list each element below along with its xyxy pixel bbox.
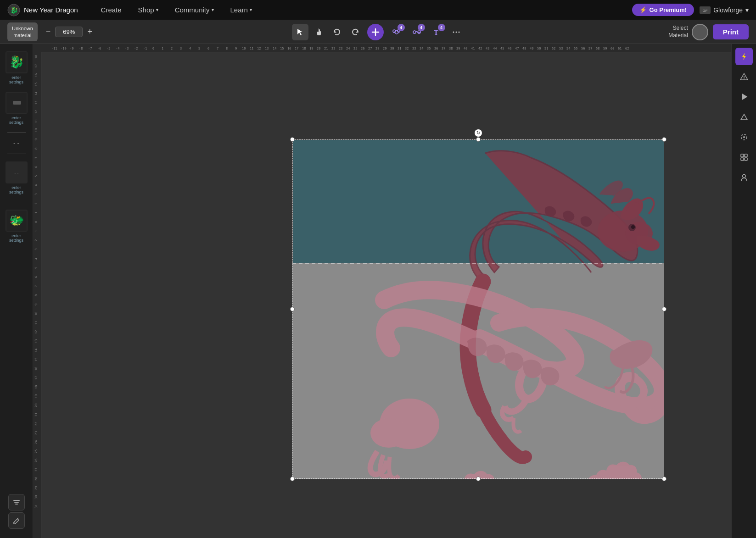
handle-top-right[interactable] bbox=[662, 137, 666, 142]
app-logo-area[interactable]: 🐉 New Year Dragon bbox=[7, 4, 78, 17]
handle-bot-right[interactable] bbox=[662, 477, 666, 481]
svg-text:5: 5 bbox=[34, 175, 38, 177]
svg-text:13: 13 bbox=[34, 101, 38, 105]
play-button[interactable] bbox=[735, 88, 753, 105]
svg-text:15: 15 bbox=[34, 83, 38, 86]
svg-text:3: 3 bbox=[180, 47, 182, 50]
svg-text:23: 23 bbox=[34, 431, 38, 435]
more-tools-button[interactable] bbox=[448, 24, 465, 40]
design-bed[interactable]: ↻ bbox=[292, 139, 664, 479]
sidebar-item3-thumbnail: - - bbox=[6, 161, 28, 183]
bed-top-zone bbox=[292, 139, 664, 263]
select-tool-button[interactable] bbox=[292, 24, 308, 40]
svg-text:5: 5 bbox=[198, 47, 200, 50]
person-button[interactable] bbox=[735, 169, 753, 186]
handle-bot-center[interactable] bbox=[476, 477, 481, 481]
nav-shop[interactable]: Shop ▾ bbox=[130, 0, 167, 20]
triangle-panel-button[interactable] bbox=[735, 108, 753, 126]
undo-button[interactable] bbox=[329, 24, 345, 40]
add-element-button[interactable] bbox=[367, 24, 384, 40]
svg-text:31: 31 bbox=[34, 505, 38, 508]
person-icon bbox=[739, 173, 749, 182]
svg-text:15: 15 bbox=[280, 47, 284, 50]
nav-links: Create Shop ▾ Community ▾ Learn ▾ bbox=[93, 0, 632, 20]
sidebar-item-label-3[interactable]: enter settings bbox=[5, 185, 28, 194]
text-tool-button[interactable]: T 4 bbox=[428, 23, 446, 41]
svg-text:26: 26 bbox=[34, 459, 38, 462]
zoom-in-button[interactable]: + bbox=[84, 26, 95, 38]
go-premium-button[interactable]: ⚡ Go Premium! bbox=[632, 4, 694, 16]
item3-thumbnail-icon: - - bbox=[6, 168, 27, 177]
puzzle-button[interactable] bbox=[735, 149, 753, 166]
brand-chevron-icon: ▾ bbox=[745, 6, 749, 14]
print-button[interactable]: Print bbox=[713, 24, 749, 39]
svg-text:21: 21 bbox=[324, 47, 328, 50]
svg-text:23: 23 bbox=[339, 47, 342, 50]
warning-panel-button[interactable] bbox=[735, 68, 753, 85]
zoom-value[interactable]: 69% bbox=[55, 27, 83, 37]
nodes-tool-button[interactable]: 4 bbox=[408, 23, 426, 41]
sidebar-item-label-2[interactable]: enter settings bbox=[5, 116, 28, 125]
handle-mid-left[interactable] bbox=[290, 307, 295, 311]
dragon1-thumbnail-icon: 🐉 bbox=[6, 52, 27, 72]
rotation-handle[interactable]: ↻ bbox=[475, 129, 482, 137]
toolbar-right: Select Material Print bbox=[668, 24, 749, 40]
handle-bot-left[interactable] bbox=[290, 477, 295, 481]
laser-settings-button[interactable] bbox=[735, 48, 753, 65]
shapes-tool-button[interactable]: 4 bbox=[387, 23, 406, 41]
svg-text:6: 6 bbox=[207, 47, 209, 50]
svg-line-29 bbox=[13, 522, 14, 524]
align-tool-button[interactable] bbox=[8, 494, 25, 510]
svg-rect-171 bbox=[745, 154, 747, 157]
svg-point-165 bbox=[744, 78, 745, 79]
sidebar-item-dragon2[interactable]: 🐲 enter settings bbox=[3, 208, 30, 244]
pan-tool-button[interactable] bbox=[310, 24, 327, 40]
sidebar-item-2[interactable]: enter settings bbox=[3, 90, 30, 127]
svg-text:-2: -2 bbox=[134, 47, 138, 50]
svg-rect-26 bbox=[14, 502, 19, 503]
material-selector-circle[interactable] bbox=[692, 24, 708, 40]
svg-text:6: 6 bbox=[34, 276, 38, 278]
svg-text:-7: -7 bbox=[88, 47, 92, 50]
svg-text:17: 17 bbox=[34, 376, 38, 380]
nav-learn[interactable]: Learn ▾ bbox=[222, 0, 260, 20]
sidebar-item-3[interactable]: - - enter settings bbox=[3, 160, 30, 196]
svg-text:3: 3 bbox=[34, 249, 38, 250]
canvas-area[interactable]: -11-10 -9-8 -7-6 -5-4 -3-2 -10 12 34 56 … bbox=[33, 44, 731, 538]
svg-text:-11: -11 bbox=[51, 47, 57, 50]
svg-text:41: 41 bbox=[471, 47, 475, 50]
svg-text:13: 13 bbox=[34, 339, 38, 343]
svg-text:- -: - - bbox=[14, 170, 18, 175]
handle-mid-right[interactable] bbox=[662, 307, 666, 311]
nav-create[interactable]: Create bbox=[93, 0, 130, 20]
svg-point-12 bbox=[413, 31, 416, 33]
horizontal-ruler: -11-10 -9-8 -7-6 -5-4 -3-2 -10 12 34 56 … bbox=[33, 44, 731, 52]
sidebar-item-dragon1[interactable]: 🐉 enter settings bbox=[3, 50, 30, 86]
svg-text:26: 26 bbox=[361, 47, 364, 50]
svg-point-15 bbox=[453, 31, 454, 33]
redo-button[interactable] bbox=[347, 24, 364, 40]
svg-text:33: 33 bbox=[412, 47, 416, 50]
sidebar-item-label-dragon1[interactable]: enter settings bbox=[5, 75, 28, 84]
material-button[interactable]: Unknown material bbox=[7, 22, 38, 41]
svg-text:17: 17 bbox=[34, 64, 38, 68]
svg-text:1: 1 bbox=[162, 47, 163, 50]
glowforge-brand[interactable]: GF Glowforge ▾ bbox=[700, 6, 749, 14]
handle-top-center[interactable] bbox=[476, 137, 481, 142]
svg-text:47: 47 bbox=[515, 47, 519, 50]
spinner-button[interactable] bbox=[735, 128, 753, 146]
svg-text:17: 17 bbox=[295, 47, 298, 50]
svg-text:10: 10 bbox=[242, 47, 246, 50]
svg-point-16 bbox=[455, 31, 457, 33]
svg-text:38: 38 bbox=[449, 47, 453, 50]
nav-community[interactable]: Community ▾ bbox=[167, 0, 222, 20]
app-title: New Year Dragon bbox=[24, 6, 78, 14]
sidebar-item-label-dragon2[interactable]: enter settings bbox=[5, 233, 28, 243]
edit-tool-button[interactable] bbox=[8, 512, 25, 529]
handle-top-left[interactable] bbox=[290, 137, 295, 142]
svg-marker-166 bbox=[742, 94, 747, 100]
svg-text:16: 16 bbox=[34, 367, 38, 371]
zoom-out-button[interactable]: − bbox=[43, 26, 54, 38]
svg-text:6: 6 bbox=[34, 166, 38, 168]
design-canvas[interactable]: ↻ bbox=[41, 52, 731, 538]
